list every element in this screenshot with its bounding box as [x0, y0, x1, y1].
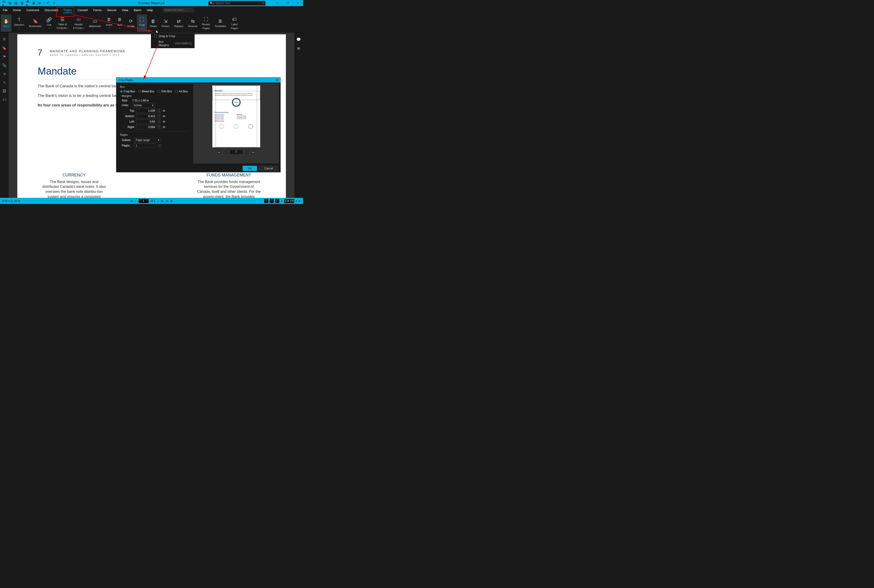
preview-page-input[interactable]: 1	[229, 150, 243, 154]
search-prev-icon[interactable]: ‹	[258, 2, 259, 5]
help-icon[interactable]: ?	[158, 144, 161, 147]
radio-crop-box[interactable]: Crop Box	[120, 90, 135, 93]
subset-select[interactable]: Page range▾	[134, 138, 161, 142]
zoom-out-icon[interactable]: ⊖	[166, 200, 168, 202]
top-value[interactable]: 1.026	[136, 108, 156, 113]
tool-extract[interactable]: ⇲ Extract	[159, 15, 171, 32]
tool-header-footer[interactable]: ▭ Header & Footer ▾	[71, 15, 86, 32]
dialog-close-icon[interactable]: ✕	[275, 78, 278, 82]
nav-next-icon[interactable]: ›	[158, 200, 159, 202]
right-spinner[interactable]: ▲▼	[158, 125, 161, 129]
search-text-box[interactable]: 🔍▾ ‹ › ✕	[209, 1, 265, 6]
preview-first-button[interactable]: ⏮	[217, 150, 222, 154]
bottom-value[interactable]: 8.413	[136, 114, 156, 118]
top-spinner[interactable]: ▲▼	[158, 108, 161, 113]
zoom-in-status-icon[interactable]: ⊕	[298, 200, 301, 202]
view-mode-continuous-icon[interactable]: ▯▯	[270, 199, 274, 203]
view-mode-facing-icon[interactable]: ▯▯	[275, 199, 279, 203]
tool-label-pages[interactable]: 🏷 Label Pages	[229, 15, 240, 32]
menu-convert[interactable]: Convert	[77, 8, 88, 13]
hand-icon: ✋	[3, 18, 9, 24]
tool-bookmarks[interactable]: 🔖 Bookmarks	[27, 15, 44, 32]
undo-icon[interactable]: ↶	[46, 2, 50, 5]
save-all-icon[interactable]: 🖫	[20, 2, 24, 5]
tool-link[interactable]: 🔗 Link ▾	[44, 15, 54, 32]
tool-replace[interactable]: ⇄ Replace	[172, 15, 185, 32]
menu-comment[interactable]: Comment	[26, 8, 40, 13]
menu-view[interactable]: View	[122, 8, 129, 13]
menu-document[interactable]: Document	[44, 8, 59, 13]
redo-icon[interactable]: ↷	[52, 2, 56, 5]
tool-rotate[interactable]: ⟳ Rotate	[125, 15, 137, 32]
right-value[interactable]: 0.564	[136, 125, 156, 129]
flag-icon[interactable]: ⚑	[2, 54, 7, 59]
preview-next-button[interactable]: ›	[244, 150, 250, 154]
zoom-value[interactable]: 124.1%	[284, 199, 294, 203]
menu-secure[interactable]: Secure	[107, 8, 117, 13]
zoom-out-status-icon[interactable]: ⊖	[281, 200, 283, 202]
zoom-in-icon[interactable]: ⊕	[170, 200, 173, 202]
tool-split[interactable]: 🗎 Split ▾	[115, 15, 125, 32]
tool-delete[interactable]: 🗑 Delete	[147, 15, 159, 32]
open-icon[interactable]: 🗁▾	[2, 2, 6, 5]
menu-drag-and-crop[interactable]: ⛶ Drag & Crop	[151, 33, 194, 39]
preview-prev-button[interactable]: ‹	[223, 150, 228, 154]
left-value[interactable]: 0.63	[136, 119, 156, 124]
left-spinner[interactable]: ▲▼	[158, 119, 161, 124]
comment-panel-icon[interactable]: 💬	[296, 37, 301, 42]
ok-button[interactable]: OK	[242, 165, 257, 171]
menu-box-margins[interactable]: Box Margins (Ctrl+Shift+C)	[151, 39, 194, 48]
search-next-icon[interactable]: ›	[260, 2, 261, 5]
minimize-button[interactable]: —	[272, 0, 283, 6]
preview-last-button[interactable]: ⏭	[251, 150, 256, 154]
tool-hand[interactable]: ✋ Hand	[1, 15, 11, 32]
tool-watermark[interactable]: ▭ Watermark	[87, 15, 103, 32]
page-thumb-icon[interactable]: 🗎	[2, 37, 7, 42]
tool-toc[interactable]: ☰ Table of Contents ▾	[54, 15, 71, 32]
menu-home[interactable]: Home	[12, 8, 21, 13]
mail-icon[interactable]: ✉	[38, 2, 41, 5]
page-number-input[interactable]	[138, 199, 148, 203]
tool-reverse[interactable]: ⇆ Reverse	[186, 15, 200, 32]
tag-panel-icon[interactable]: 🏷	[2, 98, 7, 102]
signature-panel-icon[interactable]: ✎	[2, 80, 7, 85]
radio-trim-box[interactable]: Trim Box	[158, 90, 172, 93]
print-icon[interactable]: 🖶▾	[26, 2, 30, 5]
close-button[interactable]: ✕	[293, 0, 303, 6]
tool-templates[interactable]: 🗎 Templates	[212, 15, 228, 32]
image-panel-icon[interactable]: 🖼	[2, 89, 7, 93]
nav-last-icon[interactable]: ⏭	[161, 200, 164, 202]
tool-selection[interactable]: Ｔ Selection ▾	[12, 15, 26, 32]
pages-input[interactable]: 1	[134, 143, 155, 148]
tool-crop[interactable]: ⛶ Crop ▾	[137, 15, 147, 32]
layers-icon[interactable]: ≋	[2, 72, 7, 76]
maximize-button[interactable]: ☐	[283, 0, 293, 6]
menu-file[interactable]: File	[2, 8, 8, 13]
nav-prev-icon[interactable]: ‹	[135, 200, 136, 202]
cancel-button[interactable]: Cancel	[259, 166, 278, 171]
menu-batch[interactable]: Batch	[133, 8, 142, 13]
units-select[interactable]: Inches▾	[132, 103, 155, 108]
attachment-icon[interactable]: 📎	[2, 63, 7, 68]
menu-forms[interactable]: Forms	[93, 8, 102, 13]
save-copy-icon[interactable]: 🖫	[14, 2, 18, 5]
menu-pages[interactable]: Pages	[63, 7, 72, 13]
bookmark-panel-icon[interactable]: 🔖	[2, 46, 7, 50]
quick-print-icon[interactable]: 🖶	[32, 2, 36, 5]
stamp-panel-icon[interactable]: ◉	[296, 46, 301, 50]
save-icon[interactable]: 🖫	[8, 2, 12, 5]
dialog-titlebar[interactable]: Crop Pages ✕	[116, 78, 280, 82]
watermark-icon: ▭	[92, 18, 98, 24]
menu-help[interactable]: Help	[146, 8, 153, 13]
tool-insert[interactable]: 🗎 Insert ▾	[104, 15, 114, 32]
nav-first-icon[interactable]: ⏮	[130, 200, 133, 202]
search-clear-icon[interactable]: ✕	[262, 2, 264, 4]
tool-resize[interactable]: ⛶ Resize Pages	[200, 15, 212, 32]
search-for-tools[interactable]: Search for tools ...	[162, 8, 194, 12]
search-input[interactable]	[215, 2, 257, 5]
radio-art-box[interactable]: Art Box	[175, 90, 188, 93]
radio-bleed-box[interactable]: Bleed Box	[138, 90, 154, 93]
zoom-dropdown-icon[interactable]: ▾	[296, 200, 297, 202]
bottom-spinner[interactable]: ▲▼	[158, 114, 161, 118]
view-mode-single-icon[interactable]: ▯	[264, 199, 268, 203]
